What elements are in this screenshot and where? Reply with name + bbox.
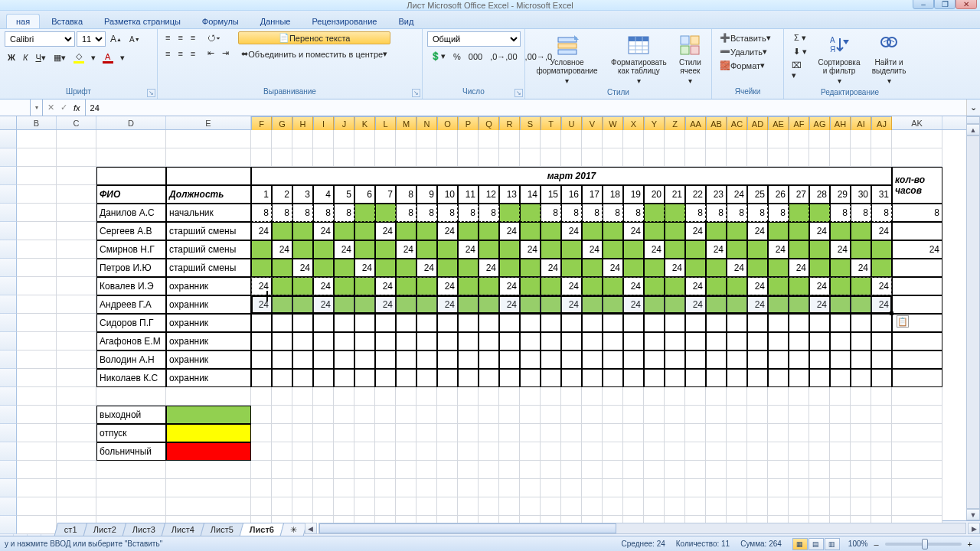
number-launcher-icon[interactable]: ↘ (514, 89, 523, 97)
day-cell[interactable] (313, 240, 334, 259)
day-cell[interactable] (623, 314, 644, 332)
col-header[interactable]: AK (892, 116, 942, 129)
day-cell[interactable]: 24 (313, 277, 334, 295)
col-header[interactable]: P (458, 116, 479, 132)
day-cell[interactable] (685, 240, 706, 259)
cell[interactable] (520, 461, 541, 479)
percent-icon[interactable]: % (450, 51, 464, 63)
cell[interactable] (17, 497, 57, 516)
day-cell[interactable] (479, 350, 499, 369)
day-cell[interactable]: 8 (334, 204, 354, 222)
day-cell[interactable] (437, 314, 458, 332)
person-job[interactable]: охранник (166, 369, 251, 387)
cell[interactable] (313, 406, 334, 424)
day-cell[interactable] (582, 332, 603, 350)
cell[interactable] (582, 148, 603, 167)
formula-input[interactable]: 24 (86, 99, 966, 116)
day-cell[interactable] (520, 350, 541, 369)
orientation-icon[interactable]: ⭯▾ (204, 31, 224, 44)
cell[interactable] (375, 497, 396, 516)
day-cell[interactable] (789, 350, 809, 369)
row-header[interactable] (0, 222, 17, 240)
cell[interactable] (851, 387, 871, 406)
cell[interactable] (582, 479, 603, 497)
cell[interactable] (57, 259, 96, 277)
day-cell[interactable] (251, 332, 272, 350)
day-cell[interactable] (272, 369, 292, 387)
day-cell[interactable] (375, 369, 396, 387)
day-cell[interactable] (727, 332, 747, 350)
day-cell[interactable] (375, 314, 396, 332)
cell[interactable] (354, 479, 375, 497)
cell[interactable] (251, 461, 272, 479)
col-header[interactable]: T (541, 116, 561, 132)
day-cell[interactable] (871, 369, 892, 387)
day-cell[interactable] (747, 369, 768, 387)
day-cell[interactable] (292, 240, 313, 259)
row-header[interactable] (0, 314, 17, 332)
cell[interactable] (166, 148, 251, 167)
col-header[interactable]: Q (479, 116, 499, 132)
cell[interactable] (166, 130, 251, 148)
person-name[interactable]: Данилов А.С (96, 204, 166, 222)
cell[interactable] (727, 479, 747, 497)
row-header[interactable] (0, 497, 17, 516)
shrink-font-icon[interactable]: A▼ (126, 34, 143, 45)
sheet-tab[interactable]: Лист4 (161, 523, 204, 536)
col-header[interactable]: AG (809, 116, 830, 132)
day-cell[interactable] (396, 259, 416, 277)
cell[interactable] (96, 148, 166, 167)
hours-cell[interactable] (892, 295, 942, 314)
cell[interactable] (768, 479, 789, 497)
cell[interactable] (768, 461, 789, 479)
day-cell[interactable] (706, 314, 727, 332)
enter-icon[interactable]: ✓ (60, 103, 67, 112)
day-cell[interactable] (272, 259, 292, 277)
day-cell[interactable]: 24 (665, 259, 685, 277)
day-cell[interactable] (706, 295, 727, 314)
day-cell[interactable] (871, 240, 892, 259)
cell[interactable] (17, 424, 57, 442)
cell[interactable] (499, 479, 520, 497)
cell[interactable] (479, 406, 499, 424)
cell[interactable] (768, 497, 789, 516)
row-header[interactable] (0, 259, 17, 277)
person-name[interactable]: Ковалев И.Э (96, 277, 166, 295)
cell[interactable] (768, 387, 789, 406)
day-cell[interactable]: 24 (809, 222, 830, 240)
sort-filter-button[interactable]: АЯ Сортировка и фильтр ▾ (815, 31, 864, 87)
day-cell[interactable]: 24 (706, 240, 727, 259)
cell[interactable] (685, 387, 706, 406)
col-header[interactable]: I (313, 116, 334, 132)
col-header[interactable]: B (17, 116, 57, 129)
day-cell[interactable] (354, 240, 375, 259)
day-cell[interactable] (313, 350, 334, 369)
cell[interactable] (251, 442, 272, 461)
cell[interactable] (251, 148, 272, 167)
day-cell[interactable] (520, 332, 541, 350)
day-cell[interactable] (789, 222, 809, 240)
row-header[interactable] (0, 424, 17, 442)
day-cell[interactable]: 24 (437, 222, 458, 240)
cell[interactable] (561, 130, 582, 148)
day-cell[interactable] (665, 204, 685, 222)
font-color-button[interactable]: A (100, 51, 116, 65)
day-cell[interactable] (561, 259, 582, 277)
day-cell[interactable] (561, 314, 582, 332)
day-cell[interactable]: 24 (458, 240, 479, 259)
day-cell[interactable] (499, 350, 520, 369)
day-cell[interactable] (272, 314, 292, 332)
cell[interactable] (727, 130, 747, 148)
day-cell[interactable]: 24 (499, 222, 520, 240)
day-cell[interactable] (479, 332, 499, 350)
cell[interactable] (830, 406, 851, 424)
day-cell[interactable] (644, 204, 665, 222)
cell[interactable] (541, 497, 561, 516)
col-header[interactable]: U (561, 116, 582, 132)
cell[interactable] (313, 424, 334, 442)
day-cell[interactable] (623, 369, 644, 387)
col-header[interactable]: AE (768, 116, 789, 132)
day-cell[interactable] (582, 314, 603, 332)
cell[interactable] (313, 461, 334, 479)
cell[interactable] (251, 424, 272, 442)
